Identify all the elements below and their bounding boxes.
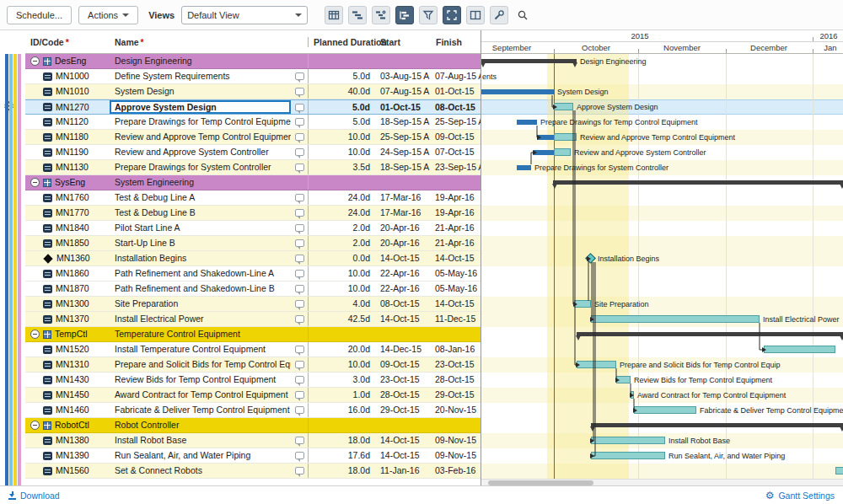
fit-to-screen-icon[interactable]: [443, 6, 461, 24]
chat-icon[interactable]: [295, 164, 304, 171]
gantt-summary-bar[interactable]: [553, 180, 843, 185]
column-header-id[interactable]: ID/Code*: [25, 37, 110, 47]
table-row[interactable]: MN1430 Review Bids for Temp Control Equi…: [25, 373, 481, 388]
gantt-bar[interactable]: [634, 406, 696, 414]
gantt-bar[interactable]: [835, 467, 843, 475]
chat-icon[interactable]: [295, 209, 304, 217]
chat-icon[interactable]: [295, 391, 304, 399]
chat-icon[interactable]: [295, 255, 304, 262]
gantt-bar[interactable]: [591, 315, 760, 323]
gantt-bar[interactable]: [631, 391, 634, 399]
gantt-bar[interactable]: [591, 437, 665, 444]
table-row[interactable]: MN1870 Path Refinement and Shakedown-Lin…: [25, 281, 481, 297]
column-header-start[interactable]: Start: [375, 37, 431, 47]
gantt-bar[interactable]: [554, 133, 577, 141]
gantt-summary-bar[interactable]: [577, 332, 843, 336]
table-row[interactable]: MN1190 Review and Approve System Control…: [25, 145, 481, 160]
chat-icon[interactable]: [295, 270, 304, 277]
table-row[interactable]: MN1840 Pilot Start Line A 2.0d 20-Apr-16…: [25, 221, 481, 236]
gantt-summary-bar[interactable]: [481, 59, 577, 63]
table-row[interactable]: MN1520 Install Temperature Control Equip…: [25, 342, 481, 357]
gantt-progress-icon[interactable]: [372, 6, 390, 24]
chat-icon[interactable]: [295, 437, 304, 444]
collapse-icon[interactable]: [30, 330, 40, 339]
gantt-hscrollbar-thumb[interactable]: [488, 480, 593, 485]
columns-icon[interactable]: [466, 6, 485, 24]
table-row[interactable]: MN1270 Approve System Design 5.0d 01-Oct…: [25, 99, 481, 115]
chat-icon[interactable]: [295, 300, 304, 308]
gantt-bar[interactable]: [577, 361, 616, 368]
collapse-icon[interactable]: [30, 56, 40, 66]
filter-icon[interactable]: [419, 6, 438, 24]
collapse-icon[interactable]: [30, 421, 40, 430]
table-row[interactable]: DesEng Design Engineering: [25, 54, 481, 69]
gantt-milestone[interactable]: [585, 253, 596, 264]
table-row[interactable]: MN1180 Review and Approve Temp Control E…: [25, 130, 481, 145]
gantt-bar[interactable]: [537, 135, 554, 140]
gantt-settings-link[interactable]: ⚙ Gantt Settings: [765, 491, 835, 501]
table-row[interactable]: MN1460 Fabricate & Deliver Temp Control …: [25, 403, 481, 418]
table-row[interactable]: RobotCtl Robot Controller: [25, 418, 481, 433]
table-icon[interactable]: [325, 6, 343, 24]
chat-icon[interactable]: [295, 285, 304, 292]
table-row[interactable]: MN1000 Define System Requirements 5.0d 0…: [25, 69, 481, 84]
chat-icon[interactable]: [295, 88, 304, 95]
table-row[interactable]: MN1860 Path Refinement and Shakedown-Lin…: [25, 266, 481, 281]
actions-button[interactable]: Actions: [78, 6, 138, 24]
chat-icon[interactable]: [295, 452, 304, 459]
chat-icon[interactable]: [295, 376, 304, 383]
gantt-chart-icon[interactable]: [395, 6, 414, 24]
gantt-bar[interactable]: [574, 300, 591, 308]
table-row[interactable]: MN1760 Test & Debug Line A 24.0d 17-Mar-…: [25, 190, 481, 206]
table-row[interactable]: MN1370 Install Electrical Power 42.5d 14…: [25, 312, 481, 327]
table-row[interactable]: MN1010 System Design 40.0d 07-Aug-15 A 0…: [25, 84, 481, 99]
gantt-bar[interactable]: [591, 452, 665, 459]
schedule-button[interactable]: Schedule...: [7, 6, 72, 24]
gantt-summary-bar[interactable]: [591, 423, 843, 427]
gantt-bar[interactable]: [481, 89, 554, 94]
table-row[interactable]: MN1310 Prepare and Solicit Bids for Temp…: [25, 357, 481, 373]
gantt-bar[interactable]: [764, 346, 835, 353]
gantt-hscrollbar[interactable]: [481, 479, 843, 485]
chat-icon[interactable]: [295, 72, 304, 80]
table-row[interactable]: MN1850 Start-Up Line B 2.0d 20-Apr-16 21…: [25, 236, 481, 251]
table-row[interactable]: MN1380 Install Robot Base 18.0d 14-Oct-1…: [25, 433, 481, 448]
gantt-bar[interactable]: [554, 148, 571, 156]
table-row[interactable]: MN1450 Award Contract for Temp Control E…: [25, 388, 481, 403]
view-select[interactable]: Default View: [181, 6, 308, 24]
chat-icon[interactable]: [295, 194, 304, 201]
gantt-bar[interactable]: [534, 150, 554, 155]
gantt-icon[interactable]: [348, 6, 367, 24]
table-row[interactable]: MN1120 Prepare Drawings for Temp Control…: [25, 115, 481, 130]
chat-icon[interactable]: [295, 315, 304, 323]
chat-icon[interactable]: [295, 361, 304, 368]
table-row[interactable]: MN1390 Run Sealant, Air, and Water Pipin…: [25, 448, 481, 464]
chat-icon[interactable]: [295, 467, 304, 475]
gantt-bar[interactable]: [554, 103, 573, 110]
chat-icon[interactable]: [295, 118, 304, 126]
chat-icon[interactable]: [295, 224, 304, 232]
table-row[interactable]: MN1770 Test & Debug Line B 24.0d 17-Mar-…: [25, 206, 481, 221]
chat-icon[interactable]: [295, 148, 304, 156]
table-row[interactable]: TempCtl Temperature Control Equipment: [25, 327, 481, 342]
table-row[interactable]: MN1360 Installation Begins 0.0d 14-Oct-1…: [25, 251, 481, 266]
column-header-name[interactable]: Name*: [110, 37, 291, 47]
chat-icon[interactable]: [295, 104, 304, 111]
gantt-bar[interactable]: [616, 376, 631, 383]
search-icon[interactable]: [513, 6, 532, 24]
chat-icon[interactable]: [295, 239, 304, 247]
table-row[interactable]: MN1130 Prepare Drawings for System Contr…: [25, 160, 481, 175]
wrench-icon[interactable]: [490, 6, 508, 24]
chat-icon[interactable]: [295, 406, 304, 414]
column-header-finish[interactable]: Finish: [431, 37, 481, 47]
gantt-bar[interactable]: [517, 165, 531, 170]
gantt-bar[interactable]: [517, 120, 537, 125]
chat-icon[interactable]: [295, 346, 304, 353]
chat-icon[interactable]: [295, 133, 304, 141]
column-header-duration[interactable]: Planned Duration: [308, 37, 375, 47]
table-row[interactable]: SysEng System Engineering: [25, 175, 481, 190]
table-row[interactable]: MN1560 Set & Connect Robots 18.0d 11-Jan…: [25, 464, 481, 479]
table-row[interactable]: MN1300 Site Preparation 4.0d 08-Oct-15 1…: [25, 297, 481, 312]
download-link[interactable]: Download: [8, 491, 60, 501]
collapse-icon[interactable]: [30, 178, 40, 187]
